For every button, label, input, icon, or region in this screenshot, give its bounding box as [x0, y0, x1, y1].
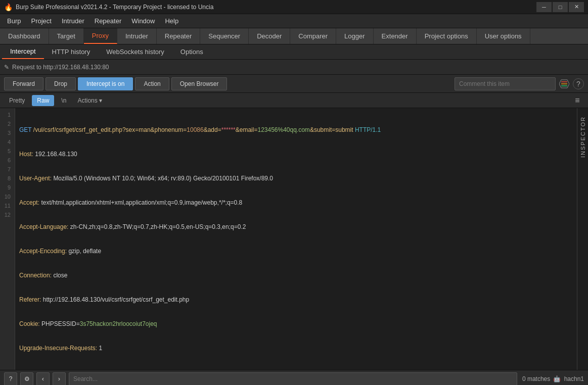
main-tabs: Dashboard Target Proxy Intruder Repeater… [0, 28, 588, 44]
help-icon[interactable]: ? [573, 78, 584, 89]
editor-area: 1 2 3 4 5 6 7 8 9 10 11 12 GET /vul/csrf… [0, 108, 588, 370]
sub-tab-http-history[interactable]: HTTP history [44, 44, 99, 59]
n-button[interactable]: \n [56, 95, 71, 106]
drop-button[interactable]: Drop [46, 77, 76, 90]
line-number: 10 [0, 192, 15, 201]
match-count: 0 matches [522, 375, 550, 382]
tab-intruder[interactable]: Intruder [117, 28, 157, 44]
burp-logo-icon [558, 77, 571, 90]
back-button[interactable]: ‹ [36, 372, 50, 386]
main-content: Intercept HTTP history WebSockets histor… [0, 44, 588, 370]
minimize-button[interactable]: ─ [536, 2, 552, 12]
tab-user-options[interactable]: User options [477, 28, 530, 44]
sub-tabs: Intercept HTTP history WebSockets histor… [0, 44, 588, 60]
line-number: 12 [0, 210, 15, 219]
line-number: 7 [0, 165, 15, 174]
menu-repeater[interactable]: Repeater [89, 15, 126, 27]
raw-button[interactable]: Raw [32, 95, 54, 106]
close-button[interactable]: ✕ [569, 2, 584, 12]
code-line-11 [19, 368, 573, 370]
code-line-4: Accept: text/html,application/xhtml+xml,… [19, 198, 573, 207]
open-browser-button[interactable]: Open Browser [171, 77, 228, 90]
username-label: 🤖 hachn1 [553, 375, 584, 382]
line-number: 6 [0, 156, 15, 165]
code-editor[interactable]: GET /vul/csrf/csrfget/csrf_get_edit.php?… [15, 108, 577, 370]
tab-sequencer[interactable]: Sequencer [200, 28, 249, 44]
code-line-10: Upgrade-Insecure-Requests: 1 [19, 344, 573, 353]
line-number: 9 [0, 183, 15, 192]
code-line-6: Accept-Encoding: gzip, deflate [19, 247, 573, 256]
forward-nav-button[interactable]: › [53, 372, 66, 386]
intercept-button[interactable]: Intercept is on [78, 77, 133, 90]
code-line-5: Accept-Language: zh-CN,zh;q=0.8,zh-TW;q=… [19, 222, 573, 231]
code-line-3: User-Agent: Mozilla/5.0 (Windows NT 10.0… [19, 174, 573, 183]
tab-extender[interactable]: Extender [374, 28, 417, 44]
menu-intruder[interactable]: Intruder [57, 15, 89, 27]
tab-logger[interactable]: Logger [336, 28, 373, 44]
code-line-8: Referer: http://192.168.48.130/vul/csrf/… [19, 295, 573, 304]
menu-help[interactable]: Help [160, 15, 184, 27]
code-line-2: Host: 192.168.48.130 [19, 150, 573, 159]
sub-tab-websockets-history[interactable]: WebSockets history [98, 44, 172, 59]
tab-dashboard[interactable]: Dashboard [0, 28, 49, 44]
comment-input[interactable] [455, 77, 556, 90]
line-number: 4 [0, 137, 15, 147]
actions-dropdown[interactable]: Actions ▾ [73, 95, 106, 106]
code-line-1: GET /vul/csrf/csrfget/csrf_get_edit.php?… [19, 125, 573, 134]
line-number: 8 [0, 174, 15, 183]
edit-icon: ✎ [4, 64, 9, 71]
tab-target[interactable]: Target [49, 28, 84, 44]
title-bar-text: Burp Suite Professional v2021.4.2 - Temp… [16, 4, 533, 11]
tab-comparer[interactable]: Comparer [290, 28, 336, 44]
request-url: Request to http://192.168.48.130:80 [12, 64, 109, 71]
inspector-label: INSPECTOR [580, 116, 586, 158]
robot-icon: 🤖 [553, 375, 561, 382]
title-bar: 🔥 Burp Suite Professional v2021.4.2 - Te… [0, 0, 588, 14]
actions-chevron-icon: ▾ [99, 97, 102, 104]
app-icon: 🔥 [4, 3, 13, 11]
tab-decoder[interactable]: Decoder [249, 28, 290, 44]
pretty-button[interactable]: Pretty [4, 95, 30, 106]
hamburger-menu-icon[interactable]: ≡ [571, 94, 584, 107]
code-line-9: Cookie: PHPSESSID=3s75hackon2hrloocoiut7… [19, 319, 573, 328]
line-numbers: 1 2 3 4 5 6 7 8 9 10 11 12 [0, 108, 15, 370]
request-header: ✎ Request to http://192.168.48.130:80 [0, 60, 588, 75]
actions-label: Actions [77, 97, 97, 104]
line-number: 3 [0, 128, 15, 137]
forward-button[interactable]: Forward [4, 77, 43, 90]
format-bar: Pretty Raw \n Actions ▾ ≡ [0, 93, 588, 108]
settings-button[interactable]: ⚙ [20, 372, 33, 386]
sub-tab-options[interactable]: Options [172, 44, 211, 59]
toolbar: Forward Drop Intercept is on Action Open… [0, 75, 588, 93]
line-number: 2 [0, 119, 15, 128]
help-bottom-button[interactable]: ? [4, 372, 17, 386]
line-number: 1 [0, 110, 15, 119]
line-number: 5 [0, 147, 15, 156]
line-number: 11 [0, 201, 15, 210]
action-button[interactable]: Action [135, 77, 169, 90]
tab-project-options[interactable]: Project options [417, 28, 477, 44]
menu-window[interactable]: Window [126, 15, 160, 27]
menu-project[interactable]: Project [26, 15, 56, 27]
search-input[interactable] [69, 372, 517, 386]
title-bar-controls: ─ □ ✕ [536, 2, 584, 12]
maximize-button[interactable]: □ [553, 2, 568, 12]
tab-repeater[interactable]: Repeater [157, 28, 200, 44]
sub-tab-intercept[interactable]: Intercept [2, 44, 44, 59]
tab-proxy[interactable]: Proxy [84, 28, 117, 44]
code-line-7: Connection: close [19, 271, 573, 280]
inspector-panel: INSPECTOR [577, 108, 588, 370]
bottom-bar: ? ⚙ ‹ › 0 matches 🤖 hachn1 [0, 370, 588, 385]
menu-burp[interactable]: Burp [2, 15, 26, 27]
menu-bar: Burp Project Intruder Repeater Window He… [0, 14, 588, 28]
